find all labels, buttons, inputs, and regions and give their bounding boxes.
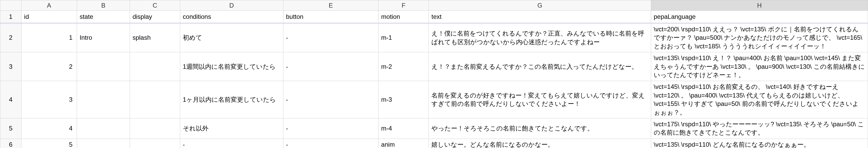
table-row: 5 4 それ以外 - m-4 やったー！そろそろこの名前に飽きてたとこなんです。…	[0, 118, 868, 139]
cell[interactable]: 1	[21, 23, 77, 52]
col-header-G[interactable]: G	[429, 0, 651, 11]
cell[interactable]: -	[283, 81, 378, 118]
row-header-2[interactable]: 2	[0, 23, 22, 52]
cell[interactable]: 初めて	[180, 23, 283, 52]
cell[interactable]: text	[429, 11, 651, 23]
cell[interactable]: -	[283, 52, 378, 81]
col-header-F[interactable]: F	[378, 0, 429, 11]
row-header-5[interactable]: 5	[0, 118, 22, 139]
col-header-C[interactable]: C	[130, 0, 180, 11]
cell[interactable]	[77, 81, 130, 118]
cell[interactable]: splash	[130, 23, 180, 52]
cell[interactable]: conditions	[180, 11, 283, 23]
cell[interactable]: -	[283, 118, 378, 139]
cell[interactable]: state	[77, 11, 130, 23]
cell[interactable]: 5	[21, 139, 77, 148]
cell[interactable]: 2	[21, 52, 77, 81]
cell[interactable]: \vct=200\ \rspd=110\ ええっ？ \vct=135\ ボクに｜…	[651, 23, 868, 52]
col-header-H[interactable]: H	[651, 0, 868, 11]
cell[interactable]	[130, 118, 180, 139]
cell[interactable]: それ以外	[180, 118, 283, 139]
cell[interactable]: -	[283, 139, 378, 148]
col-header-E[interactable]: E	[283, 0, 378, 11]
cell[interactable]	[77, 118, 130, 139]
table-row: 2 1 Intro splash 初めて - m-1 え！僕に名前をつけてくれる…	[0, 23, 868, 52]
cell[interactable]: 嬉しいなー。どんな名前になるのかなー。	[429, 139, 651, 148]
col-header-D[interactable]: D	[180, 0, 283, 11]
cell[interactable]: -	[180, 139, 283, 148]
table-row: 6 5 - - anim 嬉しいなー。どんな名前になるのかなー。 \vct=13…	[0, 139, 868, 148]
cell[interactable]: m-4	[378, 118, 429, 139]
cell[interactable]	[77, 139, 130, 148]
row-header-1[interactable]: 1	[0, 11, 22, 23]
cell[interactable]: 1ヶ月以内に名前変更していたら	[180, 81, 283, 118]
cell[interactable]: え！僕に名前をつけてくれるんですか？正直、みんなでいる時に名前を呼ばれても区別が…	[429, 23, 651, 52]
cell[interactable]	[130, 81, 180, 118]
cell[interactable]: え！？また名前変えるんですか？この名前気に入ってたんだけどなー。	[429, 52, 651, 81]
cell[interactable]	[77, 52, 130, 81]
cell[interactable]: m-3	[378, 81, 429, 118]
cell[interactable]: m-1	[378, 23, 429, 52]
cell[interactable]: 4	[21, 118, 77, 139]
col-header-B[interactable]: B	[77, 0, 130, 11]
cell[interactable]: 名前を変えるのが好きですねー！変えてもらえて嬉しいんですけど、変えすぎて前の名前…	[429, 81, 651, 118]
table-row: 1 id state display conditions button mot…	[0, 11, 868, 23]
cell[interactable]: やったー！そろそろこの名前に飽きてたとこなんです。	[429, 118, 651, 139]
cell[interactable]: \vct=145\ \rspd=110\ お名前変えるの、 \vct=140\ …	[651, 81, 868, 118]
cell[interactable]: button	[283, 11, 378, 23]
col-header-A[interactable]: A	[21, 0, 77, 11]
table-row: 4 3 1ヶ月以内に名前変更していたら - m-3 名前を変えるのが好きですねー…	[0, 81, 868, 118]
cell[interactable]: 1週間以内に名前変更していたら	[180, 52, 283, 81]
cell[interactable]: 3	[21, 81, 77, 118]
spreadsheet-table: A B C D E F G H 1 id state display condi…	[0, 0, 868, 148]
cell[interactable]: m-2	[378, 52, 429, 81]
cell[interactable]: motion	[378, 11, 429, 23]
cell[interactable]: anim	[378, 139, 429, 148]
cell[interactable]: pepaLanguage	[651, 11, 868, 23]
row-header-3[interactable]: 3	[0, 52, 22, 81]
cell[interactable]: display	[130, 11, 180, 23]
row-header-6[interactable]: 6	[0, 139, 22, 148]
row-header-4[interactable]: 4	[0, 81, 22, 118]
cell[interactable]	[130, 139, 180, 148]
column-header-row: A B C D E F G H	[0, 0, 868, 11]
cell[interactable]: Intro	[77, 23, 130, 52]
cell[interactable]: \vct=175\ \rspd=110\ やったーーーーッッ? \vct=135…	[651, 118, 868, 139]
cell[interactable]: id	[21, 11, 77, 23]
cell[interactable]: \vct=135\ \rspd=110\ え！？ \pau=400\ お名前 \…	[651, 52, 868, 81]
select-all-corner[interactable]	[0, 0, 22, 11]
table-row: 3 2 1週間以内に名前変更していたら - m-2 え！？また名前変えるんですか…	[0, 52, 868, 81]
cell[interactable]	[130, 52, 180, 81]
cell[interactable]: -	[283, 23, 378, 52]
cell[interactable]: \vct=135\ \rspd=110\ どんな名前になるのかなぁぁー。	[651, 139, 868, 148]
